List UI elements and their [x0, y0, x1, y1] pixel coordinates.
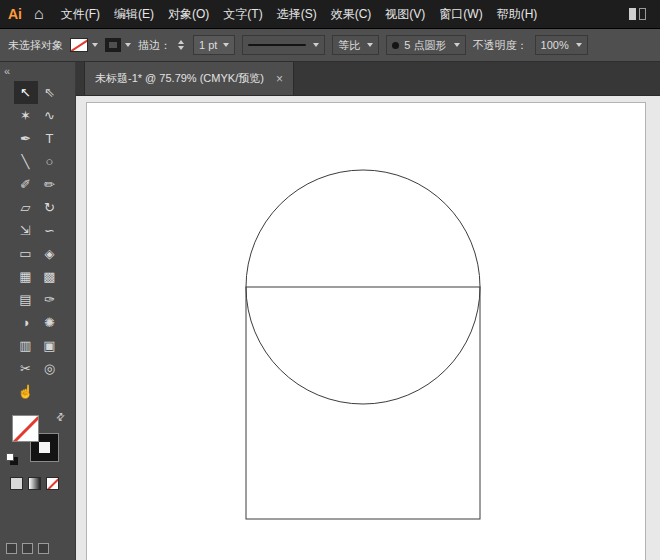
- mesh-tool[interactable]: ▩: [38, 265, 62, 288]
- ellipse-tool[interactable]: ○: [38, 150, 62, 173]
- hand-tool[interactable]: ☝: [14, 380, 38, 403]
- column-graph-tool[interactable]: ▥: [14, 334, 38, 357]
- width-profile-preview: [248, 44, 306, 46]
- color-button[interactable]: [10, 477, 23, 490]
- menu-item-5[interactable]: 选择(S): [270, 6, 324, 23]
- canvas[interactable]: [76, 96, 660, 560]
- home-icon[interactable]: ⌂: [32, 5, 54, 23]
- stepper-up-icon: [178, 40, 184, 44]
- line-segment-tool[interactable]: ╲: [14, 150, 38, 173]
- lasso-tool[interactable]: ∿: [38, 104, 62, 127]
- rotate-tool[interactable]: ↻: [38, 196, 62, 219]
- menu-item-2[interactable]: 编辑(E): [107, 6, 161, 23]
- stroke-weight-value: 1 pt: [199, 39, 217, 51]
- collapse-panel-button[interactable]: «: [0, 62, 75, 79]
- chevron-down-icon: [92, 43, 98, 47]
- app-logo[interactable]: Ai: [0, 6, 32, 22]
- document-tab-title: 未标题-1* @ 75.79% (CMYK/预览): [95, 71, 264, 86]
- opacity-select[interactable]: 100%: [535, 35, 588, 55]
- brush-definition-select[interactable]: 5 点圆形: [386, 35, 465, 55]
- blend-tool[interactable]: ◑: [14, 311, 38, 334]
- fill-none-swatch: [70, 38, 88, 52]
- fill-color-select[interactable]: [70, 38, 98, 52]
- stepper-down-icon: [178, 46, 184, 50]
- width-tool[interactable]: ∽: [38, 219, 62, 242]
- menu-items: 文件(F)编辑(E)对象(O)文字(T)选择(S)效果(C)视图(V)窗口(W)…: [54, 6, 545, 23]
- draw-normal-mode-button[interactable]: [6, 543, 17, 554]
- chevron-down-icon: [454, 43, 460, 47]
- uniform-value: 等比: [338, 38, 360, 53]
- opacity-label: 不透明度：: [473, 38, 528, 53]
- direct-selection-tool[interactable]: ⇖: [38, 81, 62, 104]
- opacity-value: 100%: [541, 39, 569, 51]
- menu-item-9[interactable]: 帮助(H): [490, 6, 545, 23]
- gradient-tool[interactable]: ▤: [14, 288, 38, 311]
- selection-tool[interactable]: ↖: [14, 81, 38, 104]
- workspace-square-filled: [629, 8, 636, 20]
- slice-tool[interactable]: ✂: [14, 357, 38, 380]
- menu-item-8[interactable]: 窗口(W): [432, 6, 489, 23]
- brush-preview-icon: [392, 42, 399, 49]
- menu-item-1[interactable]: 文件(F): [54, 6, 107, 23]
- type-tool[interactable]: T: [38, 127, 62, 150]
- zoom-tool[interactable]: ◎: [38, 357, 62, 380]
- artboard-tool[interactable]: ▣: [38, 334, 62, 357]
- default-fill-stroke-icon[interactable]: [6, 453, 18, 465]
- magic-wand-tool[interactable]: ✶: [14, 104, 38, 127]
- document-tab[interactable]: 未标题-1* @ 75.79% (CMYK/预览) ×: [84, 62, 294, 95]
- tools-panel: « ↖⇖✶∿✒T╲○✐✏▱↻⇲∽▭◈▦▩▤✑◑✺▥▣✂◎☝ ⇄: [0, 62, 76, 560]
- menu-bar: Ai ⌂ 文件(F)编辑(E)对象(O)文字(T)选择(S)效果(C)视图(V)…: [0, 0, 660, 28]
- stroke-swatch: [105, 38, 121, 52]
- eyedropper-tool[interactable]: ✑: [38, 288, 62, 311]
- stroke-weight-field[interactable]: 1 pt: [193, 35, 235, 55]
- menu-item-6[interactable]: 效果(C): [324, 6, 379, 23]
- workspace-switcher-icon[interactable]: [629, 8, 646, 20]
- pen-tool[interactable]: ✒: [14, 127, 38, 150]
- variable-width-profile-select[interactable]: [242, 35, 325, 55]
- draw-mode-buttons: [6, 543, 75, 554]
- brush-name: 5 点圆形: [404, 38, 446, 53]
- chevron-down-icon: [125, 43, 131, 47]
- artwork-layer: [76, 96, 660, 560]
- swap-fill-stroke-icon[interactable]: ⇄: [53, 410, 67, 424]
- chevron-down-icon: [367, 43, 373, 47]
- eraser-tool[interactable]: ▱: [14, 196, 38, 219]
- menu-item-4[interactable]: 文字(T): [216, 6, 269, 23]
- rectangle-shape[interactable]: [246, 287, 480, 519]
- selection-status: 未选择对象: [8, 38, 63, 53]
- pencil-tool[interactable]: ✏: [38, 173, 62, 196]
- free-transform-tool[interactable]: ▭: [14, 242, 38, 265]
- none-button[interactable]: [46, 477, 59, 490]
- gradient-button[interactable]: [28, 477, 41, 490]
- control-bar: 未选择对象 描边： 1 pt 等比 5 点圆形: [0, 28, 660, 62]
- menu-item-7[interactable]: 视图(V): [378, 6, 432, 23]
- workspace-square-outline: [639, 8, 646, 20]
- stroke-color-select[interactable]: [105, 38, 131, 52]
- chevron-down-icon: [223, 43, 229, 47]
- symbol-sprayer-tool[interactable]: ✺: [38, 311, 62, 334]
- uniform-select[interactable]: 等比: [332, 35, 379, 55]
- perspective-grid-tool[interactable]: ▦: [14, 265, 38, 288]
- illustrator-window: Ai ⌂ 文件(F)编辑(E)对象(O)文字(T)选择(S)效果(C)视图(V)…: [0, 0, 660, 560]
- stroke-weight-stepper[interactable]: [178, 40, 186, 50]
- screen-mode-button[interactable]: [38, 543, 49, 554]
- fill-swatch-none[interactable]: [12, 415, 39, 442]
- tool-grid: ↖⇖✶∿✒T╲○✐✏▱↻⇲∽▭◈▦▩▤✑◑✺▥▣✂◎☝: [0, 81, 75, 403]
- menu-item-3[interactable]: 对象(O): [161, 6, 216, 23]
- default-fill-square: [6, 453, 14, 461]
- paint-mode-buttons: [10, 477, 75, 490]
- document-tab-bar: 未标题-1* @ 75.79% (CMYK/预览) ×: [76, 62, 660, 96]
- draw-behind-mode-button[interactable]: [22, 543, 33, 554]
- shape-builder-tool[interactable]: ◈: [38, 242, 62, 265]
- close-tab-icon[interactable]: ×: [276, 72, 283, 86]
- stroke-label: 描边：: [138, 38, 171, 53]
- scale-tool[interactable]: ⇲: [14, 219, 38, 242]
- chevron-down-icon: [576, 43, 582, 47]
- chevron-down-icon: [313, 43, 319, 47]
- fill-stroke-indicator: ⇄: [12, 415, 58, 461]
- paintbrush-tool[interactable]: ✐: [14, 173, 38, 196]
